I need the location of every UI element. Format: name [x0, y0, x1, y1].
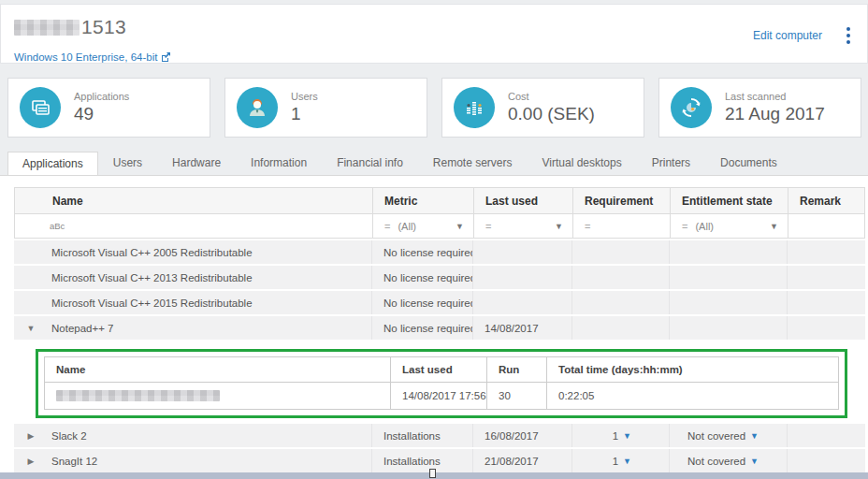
- col-header-requirement[interactable]: Requirement: [573, 188, 671, 213]
- applications-icon: [20, 87, 61, 128]
- remark-cell: [788, 240, 865, 264]
- app-name: Slack 2: [51, 430, 87, 442]
- app-name-cell: Microsoft Visual C++ 2005 Redistributabl…: [14, 240, 372, 264]
- highlight-annotation: Name Last used Run Total time (days:hh:m…: [36, 349, 847, 418]
- chevron-down-icon[interactable]: ▼: [750, 431, 759, 441]
- detail-col-name: Name: [45, 357, 391, 382]
- filter-operator-icon[interactable]: =: [682, 221, 687, 232]
- page-title: 1513: [14, 16, 126, 38]
- computer-detail-page: 1513 Edit computer Windows 10 Enterprise…: [0, 0, 868, 479]
- chevron-down-icon[interactable]: ▼: [456, 222, 464, 231]
- tab-information[interactable]: Information: [236, 151, 322, 176]
- requirement-value: 1: [613, 456, 618, 467]
- tab-users[interactable]: Users: [98, 151, 157, 176]
- tab-virtual-desktops[interactable]: Virtual desktops: [528, 151, 637, 176]
- col-header-name[interactable]: Name: [15, 188, 373, 213]
- kebab-menu-icon[interactable]: [843, 25, 854, 46]
- text-filter-icon[interactable]: aBc: [50, 221, 65, 231]
- metric-cell: Installations: [372, 424, 473, 447]
- redacted-computer-name: [14, 20, 80, 36]
- requirement-cell[interactable]: 1 ▼: [572, 424, 670, 447]
- entitlement-cell[interactable]: Not covered ▼: [670, 449, 788, 472]
- kebab-dot: [846, 40, 850, 44]
- chevron-down-icon[interactable]: ▼: [770, 222, 778, 231]
- table-header-row: Name Metric Last used Requirement Entitl…: [14, 187, 865, 213]
- card-applications[interactable]: Applications 49: [7, 78, 210, 138]
- entitlement-cell: [670, 291, 788, 314]
- app-name: SnagIt 12: [51, 456, 97, 467]
- col-header-metric[interactable]: Metric: [373, 188, 474, 213]
- detail-name-cell: [45, 383, 391, 409]
- tab-hardware[interactable]: Hardware: [157, 151, 236, 176]
- card-value: 49: [74, 104, 129, 124]
- sync-scan-icon: [671, 87, 712, 128]
- detail-col-last-used: Last used: [391, 357, 487, 382]
- chevron-down-icon[interactable]: ▼: [623, 457, 631, 466]
- requirement-cell: [572, 266, 670, 289]
- chevron-down-icon[interactable]: ▼: [555, 222, 563, 231]
- detail-run-cell: 30: [487, 383, 547, 409]
- applications-table: Name Metric Last used Requirement Entitl…: [14, 187, 865, 479]
- kebab-dot: [846, 34, 850, 37]
- filter-operator-icon[interactable]: =: [585, 221, 590, 232]
- metric-cell: No license required: [372, 316, 473, 340]
- tab-remote-servers[interactable]: Remote servers: [418, 151, 528, 176]
- collapse-row-icon[interactable]: ▼: [26, 324, 36, 333]
- remark-cell: [788, 449, 865, 472]
- table-row[interactable]: ▶ SnagIt 12 Installations 21/08/2017 1 ▼…: [14, 449, 865, 472]
- card-label: Cost: [508, 91, 595, 102]
- last-used-cell: [473, 291, 572, 314]
- summary-cards: Applications 49 Users 1: [7, 78, 861, 138]
- table-row[interactable]: ▶ Slack 2 Installations 16/08/2017 1 ▼ N…: [14, 424, 865, 447]
- edit-computer-link[interactable]: Edit computer: [753, 29, 822, 42]
- card-users[interactable]: Users 1: [224, 78, 427, 138]
- remark-cell: [788, 266, 865, 289]
- table-row[interactable]: Microsoft Visual C++ 2005 Redistributabl…: [14, 240, 865, 264]
- app-name-cell: Microsoft Visual C++ 2015 Redistributabl…: [14, 291, 372, 314]
- tab-financial-info[interactable]: Financial info: [322, 151, 418, 176]
- chevron-down-icon[interactable]: ▼: [750, 457, 759, 466]
- col-header-entitlement-state[interactable]: Entitlement state: [671, 188, 788, 213]
- filter-last-used-cell[interactable]: = ▼: [474, 214, 573, 238]
- card-last-scanned[interactable]: Last scanned 21 Aug 2017: [658, 78, 861, 138]
- filter-metric-cell[interactable]: = (All) ▼: [373, 214, 474, 238]
- tab-applications[interactable]: Applications: [7, 152, 98, 177]
- os-link[interactable]: Windows 10 Enterprise, 64-bit: [14, 51, 170, 63]
- card-value: 21 Aug 2017: [725, 104, 825, 124]
- filter-operator-icon[interactable]: =: [485, 221, 491, 232]
- filter-entitlement-cell[interactable]: = (All) ▼: [671, 214, 788, 238]
- col-header-last-used[interactable]: Last used: [474, 188, 573, 213]
- col-header-remark[interactable]: Remark: [788, 188, 864, 213]
- expand-row-icon[interactable]: ▶: [26, 457, 36, 466]
- detail-last-used-cell: 14/08/2017 17:56:03: [391, 383, 487, 409]
- requirement-cell: [572, 291, 670, 314]
- entitlement-cell[interactable]: Not covered ▼: [670, 424, 788, 447]
- requirement-cell[interactable]: 1 ▼: [572, 449, 670, 472]
- card-value: 1: [291, 104, 318, 124]
- detail-data-row[interactable]: 14/08/2017 17:56:03 30 0:22:05: [45, 383, 838, 409]
- tab-documents[interactable]: Documents: [705, 151, 792, 176]
- last-used-cell: [473, 240, 572, 264]
- tab-printers[interactable]: Printers: [637, 151, 705, 176]
- mouse-cursor: [429, 469, 436, 478]
- entitlement-cell: [670, 240, 788, 264]
- filter-name-cell[interactable]: aBc: [15, 214, 373, 238]
- table-row-expanded[interactable]: ▼ Notepad++ 7 No license required 14/08/…: [14, 316, 865, 340]
- chevron-down-icon[interactable]: ▼: [623, 431, 631, 441]
- card-label: Last scanned: [725, 91, 825, 102]
- expand-row-icon[interactable]: ▶: [26, 431, 36, 441]
- user-icon: [237, 87, 278, 128]
- card-cost[interactable]: Cost 0.00 (SEK): [441, 78, 644, 138]
- remark-cell: [788, 316, 865, 340]
- card-label: Users: [291, 91, 318, 102]
- last-used-cell: 16/08/2017: [473, 424, 572, 447]
- computer-name-suffix: 1513: [81, 16, 126, 38]
- table-row[interactable]: Microsoft Visual C++ 2013 Redistributabl…: [14, 266, 865, 289]
- filter-remark-cell[interactable]: [788, 214, 864, 238]
- filter-operator-icon[interactable]: =: [384, 221, 390, 232]
- filter-metric-value: (All): [398, 221, 416, 232]
- requirement-cell: [572, 316, 670, 340]
- table-filter-row: aBc = (All) ▼ = ▼ = = (All) ▼: [14, 213, 865, 239]
- table-row[interactable]: Microsoft Visual C++ 2015 Redistributabl…: [14, 291, 865, 314]
- filter-requirement-cell[interactable]: =: [573, 214, 671, 238]
